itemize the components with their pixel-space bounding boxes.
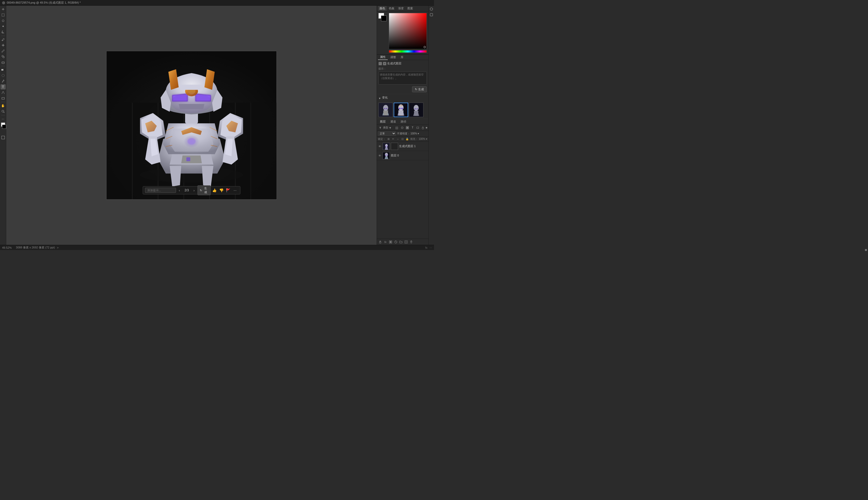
variations-collapse-icon[interactable]: ▼ bbox=[378, 97, 381, 100]
svg-rect-28 bbox=[379, 62, 381, 65]
background-color[interactable] bbox=[2, 125, 6, 129]
layer-adjust-icon[interactable] bbox=[400, 125, 404, 130]
layer-0-mask bbox=[391, 143, 398, 150]
tool-eyedropper[interactable] bbox=[1, 37, 6, 42]
tool-separator-2 bbox=[1, 66, 5, 66]
tool-healing[interactable] bbox=[1, 43, 6, 48]
layer-1-thumb bbox=[382, 152, 390, 159]
prompt-input-bar[interactable] bbox=[145, 188, 176, 193]
prompt-label: 提示： bbox=[378, 67, 427, 71]
layer-type-icon[interactable]: T bbox=[410, 125, 415, 130]
hue-bar[interactable] bbox=[389, 50, 427, 53]
background-swatch[interactable] bbox=[381, 15, 387, 21]
tool-gradient[interactable] bbox=[1, 67, 6, 72]
lock-draw-icon[interactable]: ✏ bbox=[391, 137, 395, 141]
left-toolbar: ✛ ✦ bbox=[0, 6, 6, 245]
tool-crop[interactable] bbox=[1, 30, 6, 35]
tool-text[interactable]: T bbox=[1, 84, 6, 89]
fill-dropdown[interactable]: ▾ bbox=[426, 138, 427, 140]
layer-new-icon[interactable] bbox=[395, 125, 399, 130]
info-arrow[interactable]: > bbox=[57, 246, 58, 249]
tool-hand[interactable]: ✋ bbox=[1, 103, 6, 108]
prev-variation-button[interactable]: ‹ bbox=[177, 188, 182, 193]
prompt-textarea[interactable] bbox=[378, 72, 427, 84]
layer-fx-icon[interactable]: fx bbox=[383, 240, 388, 244]
tab-channels[interactable]: 通道 bbox=[388, 119, 398, 124]
layers-list[interactable]: 👁 生成式图层 1 bbox=[377, 142, 428, 239]
tool-magic-wand[interactable]: ✦ bbox=[1, 24, 6, 29]
like-button[interactable]: 👍 bbox=[212, 187, 217, 193]
layer-new-add-icon[interactable] bbox=[404, 240, 408, 244]
layer-shape-icon[interactable] bbox=[415, 125, 420, 130]
blend-mode-select[interactable]: 正常 bbox=[378, 131, 396, 136]
tool-separator-1 bbox=[1, 36, 5, 36]
right-panel-icon-2[interactable] bbox=[429, 12, 434, 17]
layer-link-icon[interactable] bbox=[378, 240, 382, 244]
dislike-button[interactable]: 👎 bbox=[218, 187, 224, 193]
lock-all-icon[interactable]: 🔒 bbox=[405, 137, 409, 141]
page-indicator: 2/3 bbox=[183, 189, 191, 192]
variation-thumb-1[interactable] bbox=[378, 103, 393, 117]
tool-select-rect[interactable] bbox=[1, 12, 6, 18]
generate-button[interactable]: ↻ 生成 bbox=[412, 86, 427, 92]
layer-item-0[interactable]: 👁 生成式图层 1 bbox=[377, 142, 428, 151]
tool-zoom[interactable] bbox=[1, 109, 6, 114]
tool-shape[interactable] bbox=[1, 96, 6, 101]
tool-extra[interactable]: ··· bbox=[1, 116, 6, 122]
tool-blur[interactable] bbox=[1, 73, 6, 78]
tool-lasso[interactable] bbox=[1, 18, 6, 23]
svg-rect-4 bbox=[2, 62, 4, 64]
layer-folder-icon[interactable] bbox=[399, 240, 403, 244]
next-variation-button[interactable]: › bbox=[192, 188, 196, 193]
tool-pen[interactable] bbox=[1, 79, 6, 84]
layers-filter-icon[interactable] bbox=[378, 125, 382, 130]
fill-value[interactable]: 100% bbox=[419, 138, 425, 140]
tool-eraser[interactable] bbox=[1, 60, 6, 65]
opacity-dropdown[interactable]: ▾ bbox=[418, 132, 419, 135]
svg-point-31 bbox=[383, 105, 388, 111]
layer-delete-icon[interactable] bbox=[409, 240, 414, 244]
canvas-wrapper: ‹ 2/3 › ↻ 生成 👍 👎 🚩 ··· bbox=[106, 51, 277, 200]
tab-layers[interactable]: 图层 bbox=[378, 119, 388, 124]
generate-button-bar[interactable]: ↻ 生成 bbox=[197, 185, 211, 195]
tab-pattern[interactable]: 图案 bbox=[406, 6, 415, 11]
lock-move-icon[interactable]: ↔ bbox=[396, 137, 400, 141]
canvas-area[interactable]: ‹ 2/3 › ↻ 生成 👍 👎 🚩 ··· bbox=[6, 6, 377, 245]
tool-clone[interactable] bbox=[1, 54, 6, 59]
tool-move[interactable]: ✛ bbox=[1, 7, 6, 12]
svg-point-51 bbox=[386, 146, 387, 146]
layer-mask-icon[interactable] bbox=[405, 125, 410, 130]
color-picker-gradient[interactable] bbox=[389, 13, 427, 49]
layer-item-1[interactable]: 👁 图层 0 bbox=[377, 151, 428, 160]
layer-1-visibility[interactable]: 👁 bbox=[378, 154, 381, 157]
tool-screen-mode[interactable] bbox=[1, 135, 6, 140]
tool-brush[interactable] bbox=[1, 48, 6, 54]
tab-color[interactable]: 颜色 bbox=[378, 6, 387, 11]
svg-point-41 bbox=[416, 108, 418, 109]
variation-thumb-3[interactable] bbox=[409, 103, 423, 117]
right-panel: 颜色 色板 渐变 图案 bbox=[377, 6, 428, 245]
layer-0-visibility[interactable]: 👁 bbox=[378, 145, 381, 148]
layer-mask-add-icon[interactable] bbox=[388, 240, 393, 244]
flag-button[interactable]: 🚩 bbox=[225, 187, 231, 193]
close-button[interactable] bbox=[2, 1, 5, 4]
right-panel-icon-1[interactable] bbox=[429, 7, 434, 11]
tab-library[interactable]: 库 bbox=[399, 55, 406, 60]
variation-thumb-2[interactable] bbox=[394, 103, 408, 117]
svg-point-7 bbox=[3, 80, 4, 81]
tab-paths[interactable]: 路径 bbox=[399, 119, 408, 124]
more-options-button[interactable]: ··· bbox=[232, 187, 238, 193]
tab-swatches[interactable]: 色板 bbox=[387, 6, 396, 11]
tab-gradient[interactable]: 渐变 bbox=[397, 6, 405, 11]
layer-adjustment-icon[interactable] bbox=[393, 240, 398, 244]
tab-adjustments[interactable]: 调整 bbox=[388, 55, 398, 60]
tab-properties[interactable]: 属性 bbox=[378, 55, 388, 60]
filter-dropdown-icon[interactable]: ▾ bbox=[389, 126, 391, 130]
layer-lock-icon[interactable] bbox=[421, 125, 425, 130]
lock-checkers-icon[interactable]: ⊞ bbox=[387, 137, 390, 141]
opacity-value[interactable]: 100% bbox=[410, 132, 417, 135]
gen-fill-section: 生成式图层 提示： ↻ 生成 bbox=[377, 60, 428, 94]
tool-path-select[interactable] bbox=[1, 90, 6, 95]
status-ai-label: fx bbox=[425, 246, 427, 249]
lock-artboard-icon[interactable]: ⊡ bbox=[401, 137, 404, 141]
